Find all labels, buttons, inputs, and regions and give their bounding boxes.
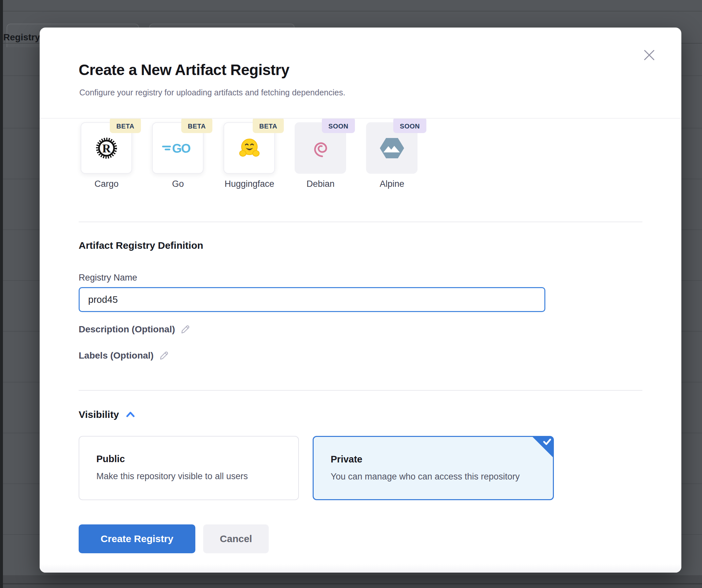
modal-title: Create a New Artifact Registry <box>79 61 289 79</box>
package-card-debian: SOON <box>295 122 346 174</box>
package-type-selector: BETA R Cargo BETA GO Go <box>40 119 681 221</box>
visibility-option-public[interactable]: Public Make this repository visible to a… <box>79 436 299 500</box>
package-label-huggingface: Huggingface <box>217 179 282 189</box>
package-label-alpine: Alpine <box>359 179 425 189</box>
description-edit-row[interactable]: Description (Optional) <box>79 324 191 335</box>
description-label: Description (Optional) <box>79 324 175 335</box>
huggingface-icon <box>239 138 260 159</box>
soon-badge: SOON <box>322 119 355 133</box>
selected-corner <box>532 437 553 458</box>
beta-badge: BETA <box>110 119 141 133</box>
modal-subtitle: Configure your registry for uploading ar… <box>79 88 345 97</box>
visibility-option-private[interactable]: Private You can manage who can access th… <box>313 436 554 500</box>
background-table-header: Registry <box>3 32 40 42</box>
visibility-header-row[interactable]: Visibility <box>79 409 135 420</box>
svg-text:GO: GO <box>172 142 191 155</box>
public-option-description: Make this repository visible to all user… <box>96 471 248 481</box>
package-card-cargo[interactable]: BETA R <box>81 122 132 174</box>
svg-text:R: R <box>102 142 111 155</box>
background-bottom-band <box>3 575 702 588</box>
background-sidebar-edge <box>0 0 3 588</box>
cargo-icon: R <box>95 137 118 159</box>
beta-badge: BETA <box>181 119 212 133</box>
visibility-heading: Visibility <box>79 409 119 420</box>
registry-name-input[interactable] <box>79 287 545 312</box>
modal-footer <box>40 564 681 573</box>
labels-label: Labels (Optional) <box>79 350 154 361</box>
registry-name-label: Registry Name <box>79 273 137 283</box>
create-registry-button[interactable]: Create Registry <box>79 524 195 553</box>
package-card-go[interactable]: BETA GO <box>152 122 204 174</box>
section-divider <box>79 222 642 222</box>
package-card-huggingface[interactable]: BETA <box>224 122 275 174</box>
create-registry-modal: Create a New Artifact Registry Configure… <box>40 27 681 573</box>
package-label-debian: Debian <box>288 179 353 189</box>
private-option-description: You can manage who can access this repos… <box>331 472 520 482</box>
package-label-cargo: Cargo <box>74 179 139 189</box>
public-option-title: Public <box>96 454 125 464</box>
go-icon: GO <box>161 141 194 156</box>
definition-heading: Artifact Registry Definition <box>79 240 203 251</box>
checkmark-icon <box>532 437 553 458</box>
edit-pencil-icon[interactable] <box>180 324 191 335</box>
labels-edit-row[interactable]: Labels (Optional) <box>79 350 169 361</box>
package-card-alpine: SOON <box>366 122 418 174</box>
debian-icon <box>310 138 331 158</box>
background-top-divider <box>3 11 702 11</box>
close-icon <box>641 47 657 63</box>
alpine-icon <box>379 137 404 159</box>
chevron-up-icon[interactable] <box>125 411 135 418</box>
background-bottom-divider <box>3 583 702 584</box>
cancel-button[interactable]: Cancel <box>203 524 269 553</box>
edit-pencil-icon[interactable] <box>159 350 169 361</box>
soon-badge: SOON <box>393 119 426 133</box>
section-divider <box>79 390 642 391</box>
private-option-title: Private <box>331 454 362 465</box>
package-label-go: Go <box>145 179 211 189</box>
close-button[interactable] <box>641 47 657 63</box>
beta-badge: BETA <box>253 119 284 133</box>
